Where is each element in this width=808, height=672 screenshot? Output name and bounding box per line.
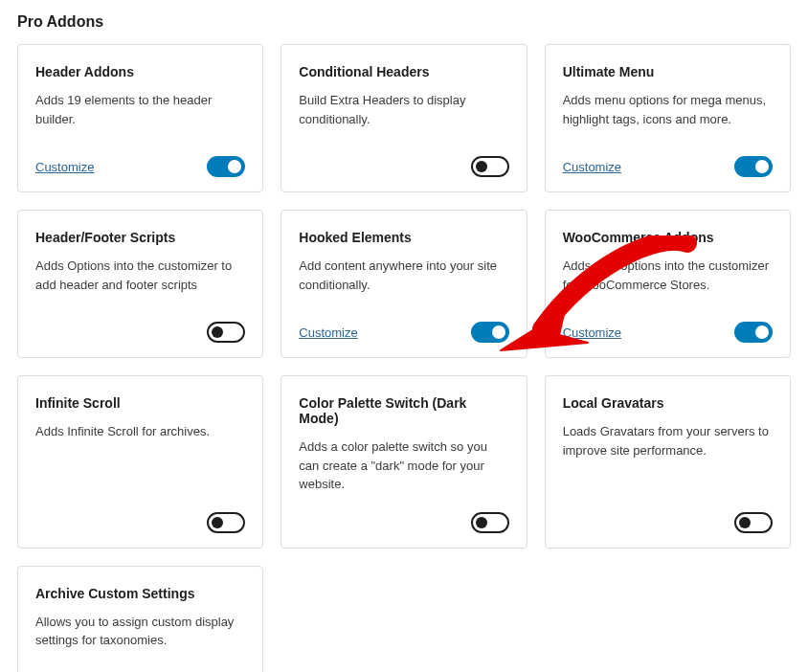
- addon-title: Archive Custom Settings: [35, 586, 245, 601]
- addon-card: Infinite ScrollAdds Infinite Scroll for …: [17, 375, 263, 549]
- addon-toggle[interactable]: [734, 512, 773, 533]
- toggle-knob: [476, 161, 487, 172]
- toggle-knob: [212, 326, 223, 338]
- toggle-knob: [492, 325, 505, 339]
- addon-card: Header/Footer ScriptsAdds Options into t…: [17, 210, 263, 358]
- addon-toggle[interactable]: [471, 156, 509, 177]
- toggle-knob: [212, 517, 223, 528]
- addon-toggle[interactable]: [471, 512, 509, 533]
- customize-link[interactable]: Customize: [35, 160, 94, 174]
- toggle-knob: [755, 160, 769, 173]
- addon-footer: Customize: [299, 321, 508, 344]
- addon-title: Header Addons: [35, 64, 245, 79]
- addon-footer: Customize: [563, 321, 773, 344]
- addon-description: Adds 19 elements to the header builder.: [35, 91, 245, 138]
- addon-description: Adds menu options for mega menus, highli…: [563, 91, 773, 138]
- addon-title: Hooked Elements: [299, 230, 508, 245]
- addon-description: Adds new options into the customizer for…: [563, 257, 773, 303]
- addon-card: Ultimate MenuAdds menu options for mega …: [545, 44, 791, 192]
- customize-link[interactable]: Customize: [563, 325, 621, 340]
- addon-footer: [563, 511, 773, 534]
- customize-link[interactable]: Customize: [299, 325, 357, 340]
- addon-title: Infinite Scroll: [35, 395, 245, 411]
- addon-toggle[interactable]: [207, 512, 245, 533]
- addon-footer: [299, 511, 508, 534]
- addon-title: Conditional Headers: [299, 64, 508, 79]
- addon-title: WooCommerce Addons: [563, 230, 773, 245]
- toggle-knob: [739, 517, 751, 528]
- addon-description: Add content anywhere into your site cond…: [299, 257, 508, 303]
- addon-footer: [35, 511, 245, 534]
- addon-card: Archive Custom SettingsAllows you to ass…: [17, 566, 263, 673]
- section-title: Pro Addons: [17, 13, 791, 31]
- addon-footer: [35, 321, 245, 344]
- addon-description: Adds Options into the customizer to add …: [35, 257, 245, 303]
- addon-toggle[interactable]: [207, 156, 245, 177]
- addon-description: Loads Gravatars from your servers to imp…: [563, 422, 773, 494]
- addon-footer: Customize: [563, 155, 773, 178]
- toggle-knob: [755, 325, 769, 339]
- addon-toggle[interactable]: [734, 156, 773, 177]
- addon-title: Header/Footer Scripts: [35, 230, 245, 245]
- addon-card: WooCommerce AddonsAdds new options into …: [545, 210, 791, 358]
- addon-description: Build Extra Headers to display condition…: [299, 91, 508, 138]
- addon-toggle[interactable]: [207, 322, 245, 343]
- addon-title: Ultimate Menu: [563, 64, 773, 79]
- addon-footer: [299, 155, 508, 178]
- addon-toggle[interactable]: [471, 322, 509, 343]
- toggle-knob: [228, 160, 241, 173]
- addon-description: Adds a color palette switch so you can c…: [299, 437, 508, 494]
- addon-card: Hooked ElementsAdd content anywhere into…: [281, 210, 527, 358]
- addon-title: Color Palette Switch (Dark Mode): [299, 395, 508, 426]
- addon-title: Local Gravatars: [563, 395, 773, 411]
- addon-card: Local GravatarsLoads Gravatars from your…: [545, 375, 791, 549]
- addon-card: Conditional HeadersBuild Extra Headers t…: [281, 44, 527, 192]
- addon-toggle[interactable]: [734, 322, 773, 343]
- addon-description: Adds Infinite Scroll for archives.: [35, 422, 245, 494]
- addons-grid: Header AddonsAdds 19 elements to the hea…: [17, 44, 791, 672]
- addon-card: Color Palette Switch (Dark Mode)Adds a c…: [281, 375, 527, 549]
- addon-description: Allows you to assign custom display sett…: [35, 613, 245, 660]
- toggle-knob: [476, 517, 487, 528]
- customize-link[interactable]: Customize: [563, 160, 621, 174]
- addon-card: Header AddonsAdds 19 elements to the hea…: [17, 44, 263, 192]
- addon-footer: Customize: [35, 155, 245, 178]
